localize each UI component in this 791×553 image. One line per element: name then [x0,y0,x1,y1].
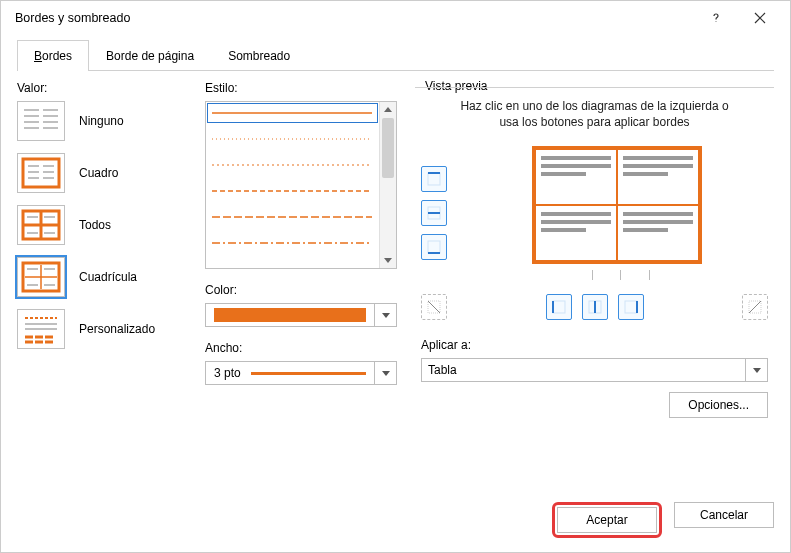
dialog-footer: Aceptar Cancelar [1,494,790,552]
apply-to-dropdown-icon [745,359,767,381]
setting-custom[interactable]: Personalizado [17,309,187,349]
color-dropdown-icon [374,304,396,326]
border-left-button[interactable] [546,294,572,320]
preview-table[interactable] [532,146,702,264]
setting-label: Valor: [17,81,187,95]
setting-all-label: Todos [79,218,111,232]
cancel-button[interactable]: Cancelar [674,502,774,528]
width-preview-line [251,372,366,375]
setting-box-label: Cuadro [79,166,118,180]
options-button[interactable]: Opciones... [669,392,768,418]
setting-none[interactable]: Ninguno [17,101,187,141]
svg-line-51 [428,301,440,313]
apply-to-select[interactable]: Tabla [421,358,768,382]
style-list[interactable] [205,101,397,269]
setting-none-label: Ninguno [79,114,124,128]
titlebar: Bordes y sombreado [1,1,790,35]
border-right-button[interactable] [618,294,644,320]
setting-grid-label: Cuadrícula [79,270,137,284]
tab-borders[interactable]: Bordes [17,40,89,71]
setting-all[interactable]: Todos [17,205,187,245]
setting-custom-label: Personalizado [79,322,155,336]
tab-shading[interactable]: Sombreado [211,40,307,71]
tab-page-border[interactable]: Borde de página [89,40,211,71]
svg-rect-52 [553,301,565,313]
svg-rect-48 [428,241,440,253]
color-picker[interactable] [205,303,397,327]
setting-grid[interactable]: Cuadrícula [17,257,187,297]
window-title: Bordes y sombreado [15,11,694,25]
svg-rect-44 [428,173,440,185]
style-label: Estilo: [205,81,397,95]
width-label: Ancho: [205,341,397,355]
width-value: 3 pto [214,366,241,380]
apply-to-value: Tabla [422,359,745,381]
ok-button[interactable]: Aceptar [557,507,657,533]
tab-strip: Bordes Borde de página Sombreado [17,39,774,71]
apply-to-label: Aplicar a: [421,338,768,352]
width-picker[interactable]: 3 pto [205,361,397,385]
setting-box[interactable]: Cuadro [17,153,187,193]
preview-column: Vista previa Haz clic en uno de los diag… [415,81,774,482]
border-bottom-button[interactable] [421,234,447,260]
svg-rect-56 [625,301,637,313]
style-column: Estilo: Color: [205,81,397,482]
setting-column: Valor: Ninguno Cuadro Todos [17,81,187,482]
close-button[interactable] [738,3,782,33]
border-hmiddle-button[interactable] [421,200,447,226]
dialog-borders-shading: Bordes y sombreado Bordes Borde de págin… [0,0,791,553]
style-scrollbar[interactable] [379,102,396,268]
width-dropdown-icon [374,362,396,384]
help-button[interactable] [694,3,738,33]
border-vmiddle-button[interactable] [582,294,608,320]
border-diag-up-button[interactable] [742,294,768,320]
ok-highlight: Aceptar [552,502,662,538]
border-top-button[interactable] [421,166,447,192]
preview-help: Haz clic en uno de los diagramas de la i… [421,98,768,130]
color-label: Color: [205,283,397,297]
border-diag-down-button[interactable] [421,294,447,320]
color-swatch [214,308,366,322]
svg-line-59 [749,301,761,313]
